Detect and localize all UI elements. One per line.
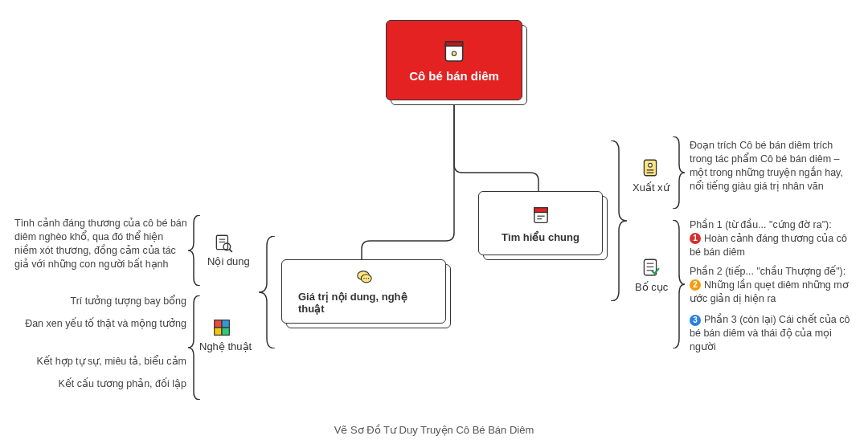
document-icon — [530, 204, 552, 226]
svg-rect-15 — [647, 172, 654, 173]
brace-left-noi-dung — [188, 215, 203, 286]
leaf-noi-dung: Tình cảnh đáng thương của cô bé bán diêm… — [14, 217, 187, 271]
leaf-bo-cuc-2: Phần 2 (tiếp... "chầu Thượng đế"): 2Nhữn… — [690, 265, 858, 306]
book-icon — [441, 39, 467, 64]
svg-rect-21 — [219, 239, 226, 240]
bullet-1: 1 — [690, 233, 701, 244]
leaf-xuat-xu: Đoạn trích Cô bé bán diêm trích trong tá… — [690, 139, 854, 193]
svg-point-11 — [367, 278, 368, 279]
svg-rect-20 — [216, 235, 227, 249]
leaf-nt-4: Kết cấu tương phản, đối lập — [16, 377, 186, 391]
sub-noi-dung: Nội dung — [207, 255, 250, 267]
puzzle-icon — [211, 316, 233, 339]
svg-rect-12 — [644, 160, 656, 176]
svg-rect-18 — [647, 267, 654, 267]
svg-rect-22 — [219, 242, 226, 242]
node-tim-hieu-title: Tìm hiểu chung — [502, 231, 579, 243]
svg-point-13 — [649, 163, 653, 167]
root-title: Cô bé bán diêm — [409, 69, 499, 83]
svg-rect-25 — [215, 320, 222, 328]
svg-point-2 — [452, 51, 456, 55]
id-card-icon — [640, 157, 661, 178]
leaf-bo-cuc-1: Phần 1 (từ đầu... "cứng đờ ra"): 1Hoàn c… — [690, 218, 858, 259]
checklist-icon — [640, 257, 661, 278]
svg-point-10 — [366, 278, 366, 279]
leaf-bo-cuc-3: 3Phần 3 (còn lại) Cái chết của cô bé bán… — [690, 313, 858, 354]
search-doc-icon — [213, 233, 234, 254]
caption: Vẽ Sơ Đồ Tư Duy Truyện Cô Bé Bán Diêm — [0, 424, 868, 436]
svg-rect-4 — [534, 207, 547, 212]
bullet-3: 3 — [690, 315, 701, 326]
brace-right-xuat-xu — [670, 136, 685, 209]
brace-left-gia-tri — [259, 236, 278, 348]
svg-rect-1 — [445, 42, 462, 46]
chat-icon — [353, 268, 375, 286]
leaf-nt-1: Trí tưởng tượng bay bổng — [34, 295, 186, 308]
svg-rect-14 — [647, 169, 654, 170]
svg-rect-28 — [222, 328, 229, 335]
svg-rect-26 — [222, 320, 229, 328]
svg-line-24 — [230, 250, 232, 252]
sub-bo-cuc: Bố cục — [635, 281, 668, 293]
brace-left-nghe-thuat — [188, 295, 203, 400]
node-gia-tri-title: Giá trị nội dung, nghệ thuật — [298, 291, 429, 315]
svg-point-9 — [363, 278, 364, 279]
svg-rect-27 — [215, 328, 222, 335]
sub-xuat-xu: Xuất xứ — [633, 181, 669, 193]
bullet-2: 2 — [690, 279, 701, 291]
sub-nghe-thuat: Nghệ thuật — [199, 340, 252, 352]
brace-right-bo-cuc — [670, 220, 685, 348]
brace-right-tim-hieu — [608, 141, 627, 301]
leaf-nt-3: Kết hợp tự sự, miêu tả, biểu cảm — [16, 355, 186, 369]
svg-rect-17 — [647, 263, 654, 264]
leaf-nt-2: Đan xen yếu tố thật và mộng tưởng — [16, 317, 186, 331]
